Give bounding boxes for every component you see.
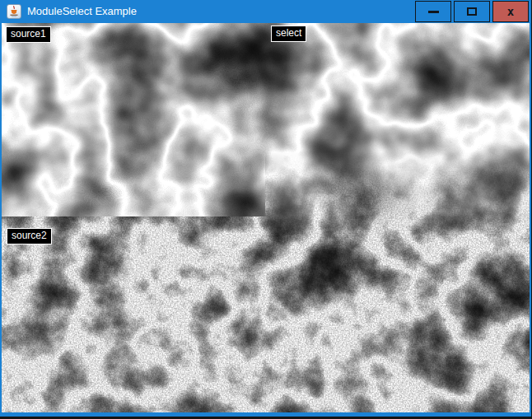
maximize-icon — [467, 7, 477, 16]
maximize-button[interactable] — [454, 1, 490, 22]
close-icon: x — [507, 6, 514, 17]
minimize-icon — [428, 11, 439, 13]
select-label: select — [271, 26, 306, 42]
app-window: ModuleSelect Example x — [0, 0, 531, 417]
titlebar[interactable]: ModuleSelect Example x — [0, 0, 531, 23]
java-app-icon[interactable] — [7, 4, 21, 19]
source1-label: source1 — [6, 26, 51, 43]
render-canvas: source1 select source2 — [2, 23, 530, 412]
java-coffee-cup-glyph — [7, 5, 21, 18]
close-button[interactable]: x — [492, 1, 529, 22]
minimize-button[interactable] — [415, 1, 451, 22]
source2-label: source2 — [7, 228, 52, 244]
desktop-background: ModuleSelect Example x — [0, 0, 532, 419]
window-controls: x — [415, 1, 529, 22]
window-title: ModuleSelect Example — [27, 0, 137, 22]
